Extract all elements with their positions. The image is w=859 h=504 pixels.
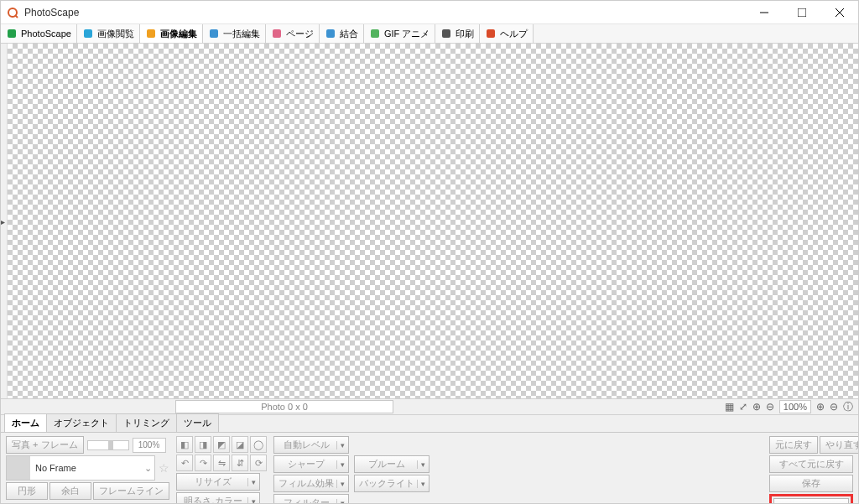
tab-label: 画像閲覧 xyxy=(97,28,134,40)
flip-h-icon[interactable]: ⇋ xyxy=(213,455,230,471)
history-controls: 元に戻す やり直す すべて元に戻す 保存 メニュー xyxy=(769,436,853,504)
main-tab-印刷[interactable]: 印刷 xyxy=(435,24,480,43)
svg-rect-3 xyxy=(798,8,806,17)
status-row: Photo 0 x 0 ▦ ⤢ ⊕ ⊖ 100% ⊕ ⊖ ⓘ xyxy=(1,398,858,415)
frame-preview-swatch xyxy=(7,456,30,480)
backlight-button[interactable]: バックライト xyxy=(354,475,430,492)
tab-icon xyxy=(369,28,381,39)
app-icon xyxy=(6,6,19,19)
tool-grid: ◧ ◨ ◩ ◪ ◯ ↶ ↷ ⇋ ⇵ ⟳ xyxy=(176,436,267,471)
sub-tab-トリミング[interactable]: トリミング xyxy=(116,413,177,432)
tab-label: PhotoScape xyxy=(21,29,71,39)
svg-rect-12 xyxy=(371,29,379,38)
frame-controls: 写真 + フレーム 100% No Frame ⌄ ☆ 円形 余白 フレームライ… xyxy=(6,436,169,504)
margin-button[interactable]: 余白 xyxy=(49,482,91,500)
tab-label: ヘルプ xyxy=(500,28,528,40)
sub-tab-ホーム[interactable]: ホーム xyxy=(4,413,47,432)
filter-button[interactable]: フィルター xyxy=(273,494,349,504)
main-tab-画像閲覧[interactable]: 画像閲覧 xyxy=(77,24,140,43)
tab-icon xyxy=(440,28,452,39)
tool-gradient-1-icon[interactable]: ◧ xyxy=(176,436,193,453)
bright-color-button[interactable]: 明るさ,カラー xyxy=(176,492,260,504)
tab-label: ページ xyxy=(286,28,314,40)
tab-label: 一括編集 xyxy=(223,28,260,40)
chevron-down-icon: ⌄ xyxy=(141,463,154,474)
rotate-ccw-icon[interactable]: ↶ xyxy=(176,455,193,471)
tab-label: 結合 xyxy=(340,28,358,40)
main-tab-GIF アニメ[interactable]: GIF アニメ xyxy=(364,24,435,43)
minimize-button[interactable] xyxy=(745,1,783,23)
custom-rotate-icon[interactable]: ⟳ xyxy=(250,455,267,471)
tool-gradient-2-icon[interactable]: ◨ xyxy=(195,436,211,453)
tab-icon xyxy=(325,28,336,39)
frame-select-label: No Frame xyxy=(30,463,141,473)
svg-rect-7 xyxy=(84,29,92,38)
photo-plus-frame-button[interactable]: 写真 + フレーム xyxy=(6,436,84,454)
favorite-icon[interactable]: ☆ xyxy=(159,461,169,475)
frameline-button[interactable]: フレームライン xyxy=(93,482,169,500)
tab-icon xyxy=(6,28,18,39)
save-button[interactable]: 保存 xyxy=(769,475,853,492)
grid-icon[interactable]: ▦ xyxy=(725,401,734,413)
main-tab-ページ[interactable]: ページ xyxy=(266,24,320,43)
round-button[interactable]: 円形 xyxy=(6,482,48,500)
svg-rect-9 xyxy=(210,29,218,38)
sub-tab-オブジェクト[interactable]: オブジェクト xyxy=(46,413,117,432)
tab-label: GIF アニメ xyxy=(384,28,430,40)
zoom-value[interactable]: 100% xyxy=(779,400,811,413)
tab-icon xyxy=(485,28,497,39)
tab-icon xyxy=(271,28,283,39)
svg-rect-14 xyxy=(487,29,495,38)
sharpen-button[interactable]: シャープ xyxy=(273,455,349,473)
maximize-button[interactable] xyxy=(783,1,820,23)
tab-label: 画像編集 xyxy=(160,28,197,40)
undo-button[interactable]: 元に戻す xyxy=(769,436,818,454)
frame-slider[interactable] xyxy=(87,440,129,450)
auto-level-button[interactable]: 自動レベル xyxy=(273,436,349,454)
tab-label: 印刷 xyxy=(456,28,474,40)
tab-icon xyxy=(82,28,94,39)
menu-button-highlight: メニュー xyxy=(769,494,853,504)
zoom-out-icon[interactable]: ⊖ xyxy=(766,401,774,413)
zoom-in-icon[interactable]: ⊕ xyxy=(752,401,761,413)
expand-icon: ▸ xyxy=(1,216,5,226)
canvas[interactable] xyxy=(8,44,858,398)
bloom-button[interactable]: ブルーム xyxy=(354,455,430,473)
main-tab-PhotoScape[interactable]: PhotoScape xyxy=(1,24,77,43)
flip-v-icon[interactable]: ⇵ xyxy=(232,455,248,471)
frame-percent: 100% xyxy=(133,438,166,453)
menu-button[interactable]: メニュー xyxy=(773,498,849,504)
sub-tabbar: ホームオブジェクトトリミングツール xyxy=(1,415,858,432)
svg-rect-10 xyxy=(273,29,281,38)
editor-area: ▸ xyxy=(1,44,858,398)
main-tab-ヘルプ[interactable]: ヘルプ xyxy=(480,24,534,43)
zoom-out-icon-2[interactable]: ⊖ xyxy=(830,401,838,413)
tab-icon xyxy=(208,28,220,39)
tab-icon xyxy=(145,28,157,39)
close-button[interactable] xyxy=(820,1,858,23)
svg-rect-6 xyxy=(8,29,16,38)
photo-dimensions: Photo 0 x 0 xyxy=(175,400,393,413)
tool-gradient-3-icon[interactable]: ◩ xyxy=(213,436,230,453)
redo-button[interactable]: やり直す xyxy=(820,436,859,454)
frame-select[interactable]: No Frame ⌄ xyxy=(6,455,155,481)
resize-button[interactable]: リサイズ xyxy=(176,473,260,491)
svg-rect-11 xyxy=(326,29,335,38)
zoom-in-icon-2[interactable]: ⊕ xyxy=(816,401,825,413)
rotate-cw-icon[interactable]: ↷ xyxy=(195,455,211,471)
main-tab-画像編集[interactable]: 画像編集 xyxy=(140,24,203,43)
main-tab-結合[interactable]: 結合 xyxy=(320,24,364,43)
revert-all-button[interactable]: すべて元に戻す xyxy=(769,455,853,473)
film-effect-button[interactable]: フィルム効果 xyxy=(273,475,349,492)
main-tabbar: PhotoScape画像閲覧画像編集一括編集ページ結合GIF アニメ印刷ヘルプ xyxy=(1,24,858,44)
info-icon[interactable]: ⓘ xyxy=(843,400,853,414)
bottom-panel: ホームオブジェクトトリミングツール 写真 + フレーム 100% No Fram… xyxy=(1,415,858,503)
tool-gradient-4-icon[interactable]: ◪ xyxy=(232,436,248,453)
main-tab-一括編集[interactable]: 一括編集 xyxy=(203,24,266,43)
sidebar-collapse-handle[interactable]: ▸ xyxy=(1,44,8,398)
titlebar: PhotoScape xyxy=(1,1,858,24)
tool-circle-icon[interactable]: ◯ xyxy=(250,436,267,453)
fit-icon[interactable]: ⤢ xyxy=(739,401,747,413)
window-title: PhotoScape xyxy=(24,7,79,18)
sub-tab-ツール[interactable]: ツール xyxy=(176,413,219,432)
